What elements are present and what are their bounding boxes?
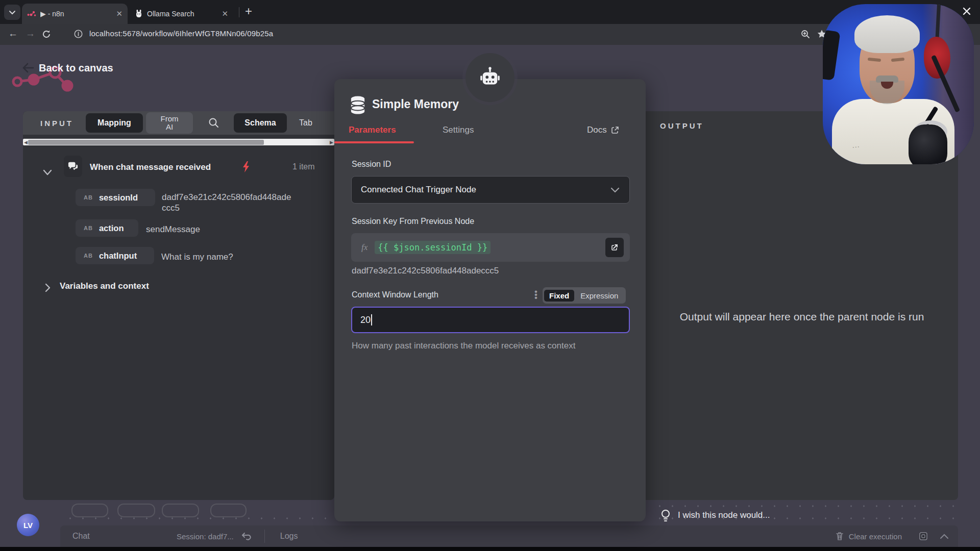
field-key: chatInput <box>99 251 137 261</box>
user-avatar[interactable]: LV <box>17 514 39 536</box>
site-info-icon[interactable] <box>74 30 83 38</box>
bar-divider <box>264 530 265 543</box>
back-arrow-icon[interactable] <box>21 62 35 73</box>
chat-panel-tab[interactable]: Chat <box>72 532 90 541</box>
field-value-action[interactable]: sendMessage <box>146 224 289 235</box>
expand-editor-icon <box>610 243 619 252</box>
url-address[interactable]: localhost:5678/workflow/6IhlerWfGT8MNn06… <box>89 29 273 38</box>
tab-search-button[interactable] <box>4 5 20 20</box>
context-window-length-input[interactable]: 20 <box>351 307 630 333</box>
field-type-badge: AB <box>84 225 93 231</box>
node-settings-dialog: Simple Memory Parameters Settings Docs S… <box>334 79 646 521</box>
browser-tab-n8n[interactable]: ▶ - n8n ✕ <box>22 4 128 24</box>
screen-bottom-strip <box>0 547 980 551</box>
logs-panel-tab[interactable]: Logs <box>280 532 298 541</box>
output-panel-title: OUTPUT <box>660 121 704 130</box>
tab-schema[interactable]: Schema <box>234 113 287 133</box>
field-value-sessionid[interactable]: dadf7e3e21c242c5806fad448adeccc5 <box>162 192 293 214</box>
field-type-badge: AB <box>84 194 93 201</box>
field-value-chatinput[interactable]: What is my name? <box>161 252 304 262</box>
webcam-guitar-red <box>924 37 950 79</box>
node-robot-avatar <box>465 53 514 102</box>
chat-suggestion-pill[interactable] <box>71 504 108 517</box>
refresh-session-icon[interactable] <box>241 531 251 541</box>
wish-this-node-link[interactable]: I wish this node would... <box>678 510 770 520</box>
browser-back-icon[interactable]: ← <box>8 28 18 39</box>
memory-node-icon <box>349 95 367 115</box>
tab-settings[interactable]: Settings <box>443 125 474 135</box>
search-icon[interactable] <box>208 117 219 129</box>
external-link-icon <box>611 126 619 134</box>
webcam-shirt-text: … <box>852 140 860 149</box>
output-panel: OUTPUT Output will appear here once the … <box>646 111 958 500</box>
input-panel: INPUT Mapping From AI Schema Tab ◀ ▶ <box>23 111 334 500</box>
avatar-initials: LV <box>23 521 33 530</box>
open-expression-editor-button[interactable] <box>605 238 624 257</box>
browser-forward-icon[interactable]: → <box>26 28 35 39</box>
expression-preview-value: dadf7e3e21c242c5806fad448adeccc5 <box>352 266 499 276</box>
parameter-options-kebab-icon[interactable]: ••• <box>534 290 537 299</box>
field-pill-sessionid[interactable]: AB sessionId <box>76 189 155 206</box>
reload-icon[interactable] <box>42 30 51 39</box>
browser-tab-ollama[interactable]: Ollama Search ✕ <box>130 4 233 24</box>
output-empty-message: Output will appear here once the parent … <box>674 309 929 324</box>
chat-suggestion-pill[interactable] <box>117 504 155 517</box>
docs-link[interactable]: Docs <box>587 125 619 135</box>
session-id-selected-value: Connected Chat Trigger Node <box>361 185 476 195</box>
tab-from-ai[interactable]: From AI <box>146 112 193 134</box>
docs-label: Docs <box>587 125 607 135</box>
session-id-label[interactable]: Session: dadf7... <box>177 532 234 541</box>
webcam-person-hair <box>854 15 920 53</box>
field-key: sessionId <box>99 193 138 203</box>
tab-close-icon[interactable]: ✕ <box>222 9 228 18</box>
fx-badge: fx <box>361 242 368 253</box>
chat-suggestion-pill[interactable] <box>162 504 199 517</box>
screen: Back to canvas I wish this node would...… <box>0 0 980 551</box>
expand-section-chevron-icon[interactable] <box>44 283 51 293</box>
tab-title: ▶ - n8n <box>40 10 112 18</box>
horizontal-scrollbar[interactable]: ◀ ▶ <box>23 139 334 145</box>
lightning-trigger-icon <box>241 161 251 173</box>
chat-trigger-node-icon <box>64 156 82 177</box>
session-id-select[interactable]: Connected Chat Trigger Node <box>351 176 630 204</box>
variables-context-section[interactable]: Variables and context <box>60 281 149 291</box>
canvas-dot-grid <box>653 505 955 507</box>
tab-parameters[interactable]: Parameters <box>349 125 396 135</box>
scroll-left-arrow[interactable]: ◀ <box>24 139 28 145</box>
chat-suggestion-pill[interactable] <box>210 504 247 517</box>
expression-code[interactable]: {{ $json.sessionId }} <box>375 241 491 254</box>
context-window-hint: How many past interactions the model rec… <box>352 340 597 352</box>
input-panel-header: INPUT Mapping From AI Schema Tab <box>23 111 334 135</box>
field-pill-action[interactable]: AB action <box>76 219 138 237</box>
scroll-right-arrow[interactable]: ▶ <box>330 139 333 145</box>
open-logs-panel-icon[interactable] <box>918 531 928 541</box>
chevron-down-icon <box>610 187 620 193</box>
scrollbar-thumb[interactable] <box>28 140 264 145</box>
context-window-field-label: Context Window Length <box>352 290 438 299</box>
clear-execution-button[interactable]: Clear execution <box>849 532 902 541</box>
field-pill-chatinput[interactable]: AB chatInput <box>76 247 154 264</box>
tab-close-icon[interactable]: ✕ <box>116 9 122 18</box>
collapse-panel-chevron-icon[interactable] <box>940 533 949 539</box>
tab-mapping[interactable]: Mapping <box>86 113 143 133</box>
input-panel-title: INPUT <box>40 119 74 128</box>
new-tab-button[interactable]: + <box>245 4 252 18</box>
parent-node-title[interactable]: When chat message received <box>90 162 211 172</box>
webcam-microphone <box>909 124 947 164</box>
tab-table[interactable]: Tab <box>299 118 312 128</box>
toggle-fixed[interactable]: Fixed <box>544 290 574 302</box>
from-ai-line2: AI <box>166 122 173 131</box>
collapse-node-chevron-icon[interactable] <box>42 169 53 176</box>
field-type-badge: AB <box>84 253 93 259</box>
chevron-down-icon <box>9 10 16 15</box>
session-key-expression-field[interactable]: fx {{ $json.sessionId }} <box>351 233 630 262</box>
item-count-badge: 1 item <box>292 162 315 171</box>
session-id-field-label: Session ID <box>352 160 391 169</box>
bottom-logs-bar: Chat Session: dadf7... Logs Clear execut… <box>60 525 958 547</box>
zoom-page-icon[interactable] <box>800 29 811 39</box>
back-to-canvas-button[interactable]: Back to canvas <box>39 62 113 74</box>
webcam-overlay: … <box>823 4 974 164</box>
toggle-expression[interactable]: Expression <box>575 290 623 302</box>
session-key-field-label: Session Key From Previous Node <box>352 217 474 226</box>
close-icon[interactable] <box>962 6 972 16</box>
